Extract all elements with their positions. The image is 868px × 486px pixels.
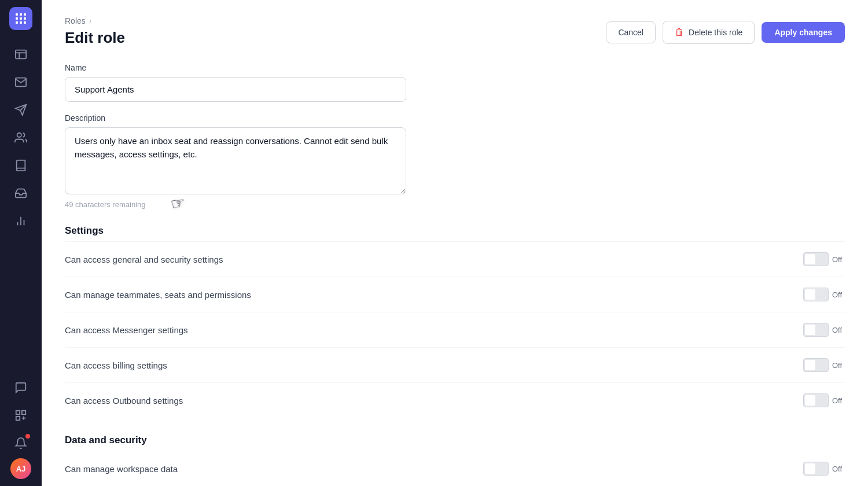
setting-label-messenger-settings: Can access Messenger settings (65, 325, 188, 335)
toggle-manage-teammates[interactable]: Off (803, 288, 845, 301)
setting-row-workspace-data: Can manage workspace dataOff (65, 451, 845, 486)
cancel-button[interactable]: Cancel (606, 21, 656, 43)
toggle-track-workspace-data (803, 462, 829, 476)
sidebar-item-apps[interactable] (8, 403, 34, 428)
setting-row-manage-teammates: Can manage teammates, seats and permissi… (65, 277, 845, 312)
toggle-state-label-general-security: Off (832, 255, 845, 264)
toggle-thumb-manage-teammates (805, 289, 815, 300)
sidebar-item-messages[interactable] (8, 69, 34, 95)
svg-rect-6 (16, 21, 18, 24)
sidebar-item-knowledge[interactable] (8, 153, 34, 178)
setting-label-manage-teammates: Can manage teammates, seats and permissi… (65, 290, 251, 300)
toggle-track-general-security (803, 252, 829, 266)
svg-rect-5 (24, 17, 26, 20)
toggle-state-label-billing-settings: Off (832, 361, 845, 370)
setting-row-outbound-settings: Can access Outbound settingsOff (65, 383, 845, 418)
svg-rect-0 (16, 13, 18, 16)
settings-list: Can access general and security settings… (65, 241, 845, 418)
toggle-thumb-workspace-data (805, 463, 815, 474)
settings-section-title: Settings (65, 225, 845, 237)
breadcrumb-separator: › (89, 17, 91, 25)
toggle-messenger-settings[interactable]: Off (803, 323, 845, 337)
svg-rect-9 (16, 50, 26, 59)
notification-badge (25, 434, 30, 439)
toggle-state-label-messenger-settings: Off (832, 326, 845, 334)
svg-rect-3 (16, 17, 18, 20)
toggle-workspace-data[interactable]: Off (803, 462, 845, 476)
svg-rect-18 (16, 417, 20, 420)
name-input[interactable] (65, 77, 406, 102)
toggle-thumb-billing-settings (805, 360, 815, 370)
toggle-general-security[interactable]: Off (803, 252, 845, 266)
toggle-thumb-messenger-settings (805, 325, 815, 335)
toggle-outbound-settings[interactable]: Off (803, 393, 845, 407)
description-field-group: Description 49 characters remaining (65, 113, 845, 209)
sidebar-item-contacts[interactable] (8, 125, 34, 150)
sidebar-item-inbox2[interactable] (8, 181, 34, 206)
setting-label-general-security: Can access general and security settings (65, 255, 223, 264)
setting-label-billing-settings: Can access billing settings (65, 360, 167, 370)
sidebar-item-inbox[interactable] (8, 42, 34, 67)
header-actions: Cancel 🗑 Delete this role Apply changes (606, 21, 845, 44)
page-title: Edit role (65, 29, 125, 47)
main-content: Roles › Edit role Cancel 🗑 Delete this r… (42, 0, 868, 486)
sidebar-item-send[interactable] (8, 97, 34, 123)
apply-changes-button[interactable]: Apply changes (762, 22, 845, 43)
data-security-section-title: Data and security (65, 435, 845, 446)
sidebar: AJ (0, 0, 42, 486)
breadcrumb: Roles › (65, 16, 125, 25)
app-logo[interactable] (9, 7, 32, 30)
delete-role-button[interactable]: 🗑 Delete this role (663, 21, 755, 44)
setting-row-messenger-settings: Can access Messenger settingsOff (65, 312, 845, 348)
toggle-track-messenger-settings (803, 323, 829, 337)
toggle-thumb-outbound-settings (805, 395, 815, 406)
svg-rect-16 (16, 411, 20, 414)
toggle-track-outbound-settings (803, 393, 829, 407)
svg-rect-1 (20, 13, 22, 16)
user-avatar[interactable]: AJ (10, 458, 31, 479)
description-textarea[interactable] (65, 127, 406, 194)
toggle-state-label-manage-teammates: Off (832, 290, 845, 299)
toggle-billing-settings[interactable]: Off (803, 358, 845, 372)
svg-rect-8 (24, 21, 26, 24)
setting-label-outbound-settings: Can access Outbound settings (65, 396, 183, 406)
toggle-state-label-outbound-settings: Off (832, 396, 845, 405)
svg-point-12 (17, 133, 21, 137)
svg-rect-2 (24, 13, 26, 16)
setting-label-workspace-data: Can manage workspace data (65, 464, 178, 474)
svg-rect-17 (22, 411, 25, 414)
sidebar-item-analytics[interactable] (8, 208, 34, 234)
breadcrumb-roles[interactable]: Roles (65, 16, 86, 25)
setting-row-billing-settings: Can access billing settingsOff (65, 348, 845, 383)
svg-rect-4 (20, 17, 22, 20)
sidebar-item-chat[interactable] (8, 375, 34, 400)
toggle-track-manage-teammates (803, 288, 829, 301)
svg-rect-7 (20, 21, 22, 24)
title-section: Roles › Edit role (65, 16, 125, 47)
char-count: 49 characters remaining (65, 200, 845, 209)
toggle-state-label-workspace-data: Off (832, 465, 845, 473)
sidebar-item-notifications[interactable] (8, 430, 34, 456)
toggle-track-billing-settings (803, 358, 829, 372)
toggle-thumb-general-security (805, 254, 815, 264)
description-label: Description (65, 113, 845, 123)
top-bar: Roles › Edit role Cancel 🗑 Delete this r… (65, 16, 845, 47)
setting-row-general-security: Can access general and security settings… (65, 241, 845, 277)
name-label: Name (65, 63, 845, 72)
data-security-list: Can manage workspace dataOff (65, 451, 845, 486)
trash-icon: 🗑 (675, 27, 684, 38)
name-field-group: Name (65, 63, 845, 102)
